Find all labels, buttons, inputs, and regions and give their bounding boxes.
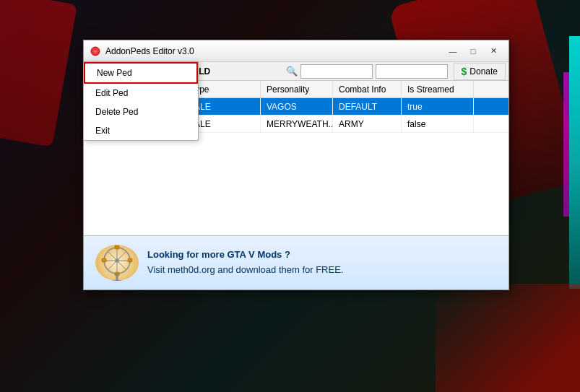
close-button[interactable]: ✕ — [484, 44, 503, 58]
svg-rect-12 — [116, 274, 118, 281]
cell-combat-2: ARMY — [333, 116, 402, 132]
svg-rect-8 — [115, 245, 119, 249]
promo-banner: Looking for more GTA V Mods ? Visit meth… — [84, 235, 508, 289]
banner-text: Looking for more GTA V Mods ? Visit meth… — [147, 248, 343, 278]
menu-item-new-ped[interactable]: New Ped — [84, 62, 198, 84]
peds-dropdown-menu: New Ped Edit Ped Delete Ped Exit — [83, 61, 199, 141]
filter-input[interactable] — [376, 64, 448, 79]
col-header-streamed: Is Streamed — [402, 81, 474, 97]
cell-streamed-1: true — [402, 98, 474, 115]
donate-button[interactable]: $ Donate — [454, 63, 506, 80]
cell-streamed-2: false — [402, 116, 474, 132]
search-input[interactable] — [300, 64, 373, 79]
menu-item-exit[interactable]: Exit — [84, 121, 198, 140]
minimize-button[interactable]: — — [443, 44, 462, 58]
ferris-wheel-icon — [95, 245, 139, 281]
bottom-red — [436, 284, 580, 392]
col-header-personality: Personality — [261, 81, 333, 97]
svg-rect-10 — [102, 258, 106, 262]
cell-personality-2: MERRYWEATH... — [261, 116, 333, 132]
window-controls: — □ ✕ — [443, 44, 503, 58]
cell-personality-1: VAGOS — [261, 98, 333, 115]
cell-combat-1: DEFAULT — [333, 98, 402, 115]
search-area: 🔍 $ Donate — [286, 63, 506, 80]
title-bar: AddonPeds Editor v3.0 — □ ✕ — [84, 40, 508, 62]
magenta-line — [563, 72, 569, 217]
menu-item-edit-ped[interactable]: Edit Ped — [84, 84, 198, 103]
cyan-line — [569, 36, 580, 289]
dollar-icon: $ — [462, 66, 467, 77]
col-header-combat: Combat Info — [333, 81, 402, 97]
search-button[interactable]: 🔍 — [286, 66, 298, 77]
maximize-button[interactable]: □ — [464, 44, 482, 58]
app-icon — [90, 45, 101, 57]
svg-rect-11 — [128, 258, 132, 262]
window-title: AddonPeds Editor v3.0 — [105, 46, 443, 56]
menu-item-delete-ped[interactable]: Delete Ped — [84, 103, 198, 121]
